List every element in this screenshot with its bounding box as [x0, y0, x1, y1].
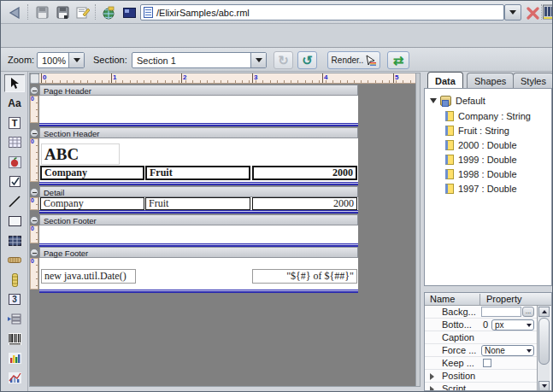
section-resize-handle[interactable] [39, 182, 358, 185]
column-divider[interactable] [479, 294, 480, 305]
page-count-field[interactable]: "${#} of ${##}" [252, 269, 357, 284]
collapse-page-header-button[interactable] [30, 86, 38, 95]
tool-bar-chart[interactable] [4, 349, 25, 367]
header-cell-fruit[interactable]: Fruit [145, 166, 250, 180]
scroll-up-button[interactable] [538, 307, 550, 317]
zoom-combobox[interactable]: 100% [37, 52, 85, 68]
ellipsis-button[interactable]: ... [522, 307, 534, 317]
unit-combobox[interactable]: px [491, 319, 534, 331]
expand-icon[interactable] [430, 373, 434, 380]
gauge-vertical-icon [12, 273, 18, 287]
tool-subreport[interactable] [4, 310, 25, 328]
tool-checkbox[interactable] [4, 173, 25, 190]
bottom-value: 0 [483, 319, 488, 330]
tool-table[interactable] [4, 133, 25, 151]
back-button[interactable] [5, 3, 24, 21]
detail-cell-2000[interactable]: 2000 [252, 197, 357, 210]
section-resize-handle[interactable] [39, 123, 358, 126]
properties-button[interactable] [74, 3, 92, 21]
expand-icon[interactable] [430, 386, 434, 391]
document-icon [144, 7, 153, 18]
property-row-bottom[interactable]: Botto... 0 px [425, 319, 537, 331]
scroll-down-button[interactable] [538, 381, 550, 391]
tool-text-box[interactable]: T [4, 114, 25, 132]
header-cell-2000[interactable]: 2000 [252, 166, 357, 180]
property-row-position[interactable]: Position [425, 370, 537, 383]
refresh-button[interactable]: ⇄ [387, 51, 409, 69]
tool-gauge-horizontal[interactable] [4, 251, 25, 269]
tool-label[interactable]: Aa [4, 94, 25, 112]
document-path-combobox[interactable]: /ElixirSamples/abc.rml [140, 4, 504, 20]
tool-image[interactable] [4, 153, 25, 171]
property-row-background[interactable]: Backg... ... [425, 306, 537, 319]
band-detail[interactable]: Detail [39, 186, 358, 197]
tree-item-2000[interactable]: 2000 : Double [425, 138, 551, 152]
web-export-button[interactable] [99, 3, 118, 21]
detail-cell-company[interactable]: Company [40, 197, 144, 210]
ruler-corner-button[interactable] [30, 73, 39, 84]
keep-checkbox[interactable] [483, 359, 491, 367]
section-dropdown-button[interactable] [250, 53, 266, 67]
page-header-content[interactable] [39, 96, 358, 126]
tool-line[interactable] [4, 192, 25, 210]
undo-button[interactable]: ↺ [297, 51, 317, 69]
detail-cell-fruit[interactable]: Fruit [145, 197, 250, 210]
render-button[interactable]: Render.. [327, 51, 380, 69]
tree-item-1997[interactable]: 1997 : Double [425, 182, 551, 196]
section-resize-handle[interactable] [39, 290, 358, 293]
tree-item-1999[interactable]: 1999 : Double [425, 153, 551, 167]
columns-browser-button[interactable] [543, 4, 553, 20]
close-document-button[interactable] [524, 4, 541, 21]
document-path-dropdown-button[interactable] [504, 4, 521, 20]
ruler-number: 0 [41, 73, 46, 83]
tool-rectangle[interactable] [4, 212, 25, 230]
report-title-label[interactable]: ABC [41, 143, 120, 165]
header-cell-company[interactable]: Company [40, 166, 144, 180]
background-value-field[interactable] [481, 307, 521, 317]
render-label: Render.. [332, 56, 364, 65]
collapse-section-footer-button[interactable] [30, 216, 38, 225]
tab-data[interactable]: Data [427, 72, 463, 89]
tool-gauge-vertical[interactable] [4, 271, 25, 289]
vertical-ruler: 0 [30, 197, 38, 210]
collapse-section-header-button[interactable] [30, 129, 38, 137]
tree-root-default[interactable]: Default [425, 94, 551, 108]
layout-toolbar: Zoom: 100% Section: Section 1 ↻ ↺ Render… [1, 48, 553, 72]
tool-grid[interactable] [4, 231, 25, 249]
force-combobox[interactable]: None [481, 345, 534, 356]
section-combobox[interactable]: Section 1 [132, 52, 267, 68]
band-page-header[interactable]: Page Header [39, 85, 358, 96]
collapse-page-footer-button[interactable] [30, 249, 38, 257]
tool-globe[interactable] [4, 389, 25, 392]
collapse-detail-button[interactable] [30, 188, 38, 196]
band-page-footer[interactable]: Page Footer [39, 247, 358, 258]
tab-styles[interactable]: Styles [513, 73, 553, 89]
band-section-header[interactable]: Section Header [39, 127, 358, 138]
scrollbar-thumb[interactable] [538, 318, 550, 365]
tree-item-1998[interactable]: 1998 : Double [425, 167, 551, 181]
panel-toggle-button[interactable] [120, 3, 138, 21]
save-button[interactable] [32, 3, 51, 21]
property-scrollbar[interactable] [537, 306, 550, 391]
field-icon [445, 155, 454, 165]
refresh-icon: ⇄ [393, 54, 404, 67]
section-footer-content[interactable] [39, 225, 358, 247]
tree-expander-icon[interactable] [430, 98, 437, 103]
band-section-footer[interactable]: Section Footer [39, 214, 358, 225]
property-row-keep[interactable]: Keep ... [425, 357, 537, 370]
tool-numbered-field[interactable]: 3 [4, 290, 25, 308]
property-row-caption[interactable]: Caption [425, 331, 537, 344]
tree-item-company[interactable]: Company : String [425, 109, 551, 123]
property-row-script[interactable]: Script [425, 383, 537, 391]
canvas-vertical-scrollbar[interactable] [415, 73, 421, 386]
tool-select[interactable] [4, 74, 25, 92]
tab-shapes[interactable]: Shapes [467, 73, 514, 89]
date-field[interactable]: new java.util.Date() [41, 269, 136, 284]
zoom-dropdown-button[interactable] [68, 53, 84, 67]
save-all-button[interactable] [53, 3, 72, 21]
tool-barcode[interactable] [4, 330, 25, 348]
tree-item-fruit[interactable]: Fruit : String [425, 124, 551, 137]
property-row-force[interactable]: Force ... None [425, 344, 537, 357]
tool-line-chart[interactable] [4, 369, 25, 387]
section-resize-handle[interactable] [39, 210, 358, 214]
